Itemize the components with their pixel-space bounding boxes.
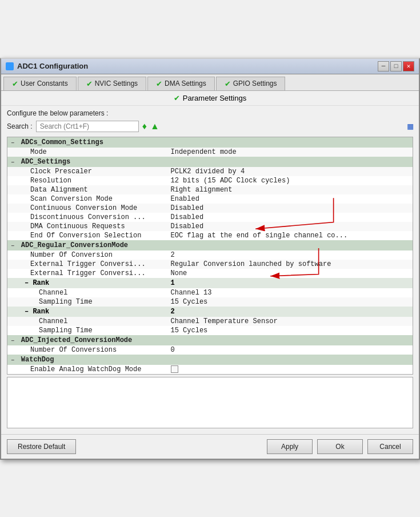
subsection-rank1[interactable]: – Rank 1 bbox=[7, 278, 413, 288]
param-num-conversions: Number Of Conversions 0 bbox=[7, 345, 413, 355]
param-discontinuous-value[interactable]: Disabled bbox=[167, 213, 413, 222]
param-mode-value[interactable]: Independent mode bbox=[167, 148, 413, 157]
param-resolution: Resolution 12 bits (15 ADC Clock cycles) bbox=[7, 176, 413, 185]
param-numconv-value[interactable]: 2 bbox=[167, 250, 413, 260]
param-channel1-value[interactable]: Channel 13 bbox=[167, 288, 413, 297]
param-sampling1-name: Sampling Time bbox=[7, 297, 167, 307]
tab-label-gpio: GPIO Settings bbox=[233, 79, 277, 88]
tab-check-gpio: ✔ bbox=[225, 79, 231, 88]
content-area: Configure the below parameters : Search … bbox=[1, 106, 419, 434]
tab-label-user-constants: User Constants bbox=[21, 79, 68, 88]
bottom-bar: Restore Default Apply Ok Cancel bbox=[1, 434, 419, 459]
param-clock-value[interactable]: PCLK2 divided by 4 bbox=[167, 167, 413, 176]
param-analog-watchdog: Enable Analog WatchDog Mode bbox=[7, 365, 413, 375]
param-ext-trigger-2: External Trigger Conversi... None bbox=[7, 269, 413, 278]
tab-check-user-constants: ✔ bbox=[12, 79, 18, 88]
main-window: ADC1 Configuration ─ □ ✕ ✔ User Constant… bbox=[0, 58, 420, 460]
param-settings-label: Parameter Settings bbox=[183, 94, 246, 102]
apply-button[interactable]: Apply bbox=[267, 439, 313, 454]
param-eoc-name: End Of Conversion Selection bbox=[7, 231, 167, 240]
param-channel2-name: Channel bbox=[7, 317, 167, 326]
param-sampling-2: Sampling Time 15 Cycles bbox=[7, 326, 413, 335]
param-settings-check: ✔ bbox=[174, 94, 180, 102]
search-next-button[interactable]: ♦ bbox=[142, 122, 147, 131]
search-input[interactable] bbox=[36, 121, 139, 132]
maximize-button[interactable]: □ bbox=[390, 61, 402, 71]
param-dma-continuous: DMA Continuous Requests Disabled bbox=[7, 222, 413, 231]
minimize-button[interactable]: ─ bbox=[378, 61, 389, 71]
section-regular-label: ADC_Regular_ConversionMode bbox=[21, 241, 128, 249]
section-watchdog[interactable]: – WatchDog bbox=[7, 355, 413, 365]
param-alignment-name: Data Alignment bbox=[7, 185, 167, 194]
param-exttrig1-name: External Trigger Conversi... bbox=[7, 260, 167, 269]
param-exttrig1-value[interactable]: Regular Conversion launched by software bbox=[167, 260, 413, 269]
rank1-label: Rank bbox=[33, 279, 49, 287]
param-clock-prescaler: Clock Prescaler PCLK2 divided by 4 bbox=[7, 167, 413, 176]
param-scan-value[interactable]: Enabled bbox=[167, 194, 413, 204]
adc-icon bbox=[6, 62, 14, 70]
ok-button[interactable]: Ok bbox=[317, 439, 363, 454]
footer-area bbox=[7, 377, 413, 428]
cancel-button[interactable]: Cancel bbox=[367, 439, 413, 454]
param-sampling2-value[interactable]: 15 Cycles bbox=[167, 326, 413, 335]
param-alignment-value[interactable]: Right alignment bbox=[167, 185, 413, 194]
param-discontinuous-conversion: Discontinuous Conversion ... Disabled bbox=[7, 213, 413, 222]
param-table-wrapper: – ADCs_Common_Settings Mode Independent … bbox=[7, 137, 413, 375]
tab-dma-settings[interactable]: ✔ DMA Settings bbox=[147, 77, 215, 90]
param-sampling1-value[interactable]: 15 Cycles bbox=[167, 297, 413, 307]
param-watchdog-value[interactable] bbox=[167, 365, 413, 375]
section-adc-settings[interactable]: – ADC_Settings bbox=[7, 157, 413, 167]
collapse-adc-settings-icon[interactable]: – bbox=[11, 158, 15, 165]
param-channel-2: Channel Channel Temperature Sensor bbox=[7, 317, 413, 326]
param-clock-name: Clock Prescaler bbox=[7, 167, 167, 176]
tab-gpio-settings[interactable]: ✔ GPIO Settings bbox=[216, 77, 286, 90]
section-adc-injected[interactable]: – ADC_Injected_ConversionMode bbox=[7, 335, 413, 345]
tab-nvic-settings[interactable]: ✔ NVIC Settings bbox=[78, 77, 146, 90]
search-row: Search : ♦ ▲ ▦ bbox=[7, 121, 413, 132]
search-prev-button[interactable]: ▲ bbox=[150, 122, 159, 131]
rank2-value: 2 bbox=[167, 307, 413, 317]
param-exttrig2-name: External Trigger Conversi... bbox=[7, 269, 167, 278]
param-dma-value[interactable]: Disabled bbox=[167, 222, 413, 231]
param-exttrig2-value[interactable]: None bbox=[167, 269, 413, 278]
collapse-injected-icon[interactable]: – bbox=[11, 337, 15, 344]
tabs-row: ✔ User Constants ✔ NVIC Settings ✔ DMA S… bbox=[1, 74, 419, 91]
section-adc-settings-label: ADC_Settings bbox=[21, 158, 70, 166]
param-channel2-value[interactable]: Channel Temperature Sensor bbox=[167, 317, 413, 326]
param-data-alignment: Data Alignment Right alignment bbox=[7, 185, 413, 194]
param-continuous-name: Continuous Conversion Mode bbox=[7, 204, 167, 213]
section-adcs-common[interactable]: – ADCs_Common_Settings bbox=[7, 137, 413, 148]
section-watchdog-label: WatchDog bbox=[21, 356, 54, 364]
tab-user-constants[interactable]: ✔ User Constants bbox=[3, 77, 77, 90]
tab-check-nvic: ✔ bbox=[86, 79, 93, 88]
collapse-rank2-icon[interactable]: – bbox=[25, 308, 29, 316]
param-num-conversion: Number Of Conversion 2 bbox=[7, 250, 413, 260]
section-adcs-common-label: ADCs_Common_Settings bbox=[21, 138, 103, 146]
tab-check-dma: ✔ bbox=[156, 79, 162, 88]
param-channel-1: Channel Channel 13 bbox=[7, 288, 413, 297]
rank2-label: Rank bbox=[33, 308, 49, 316]
section-injected-label: ADC_Injected_ConversionMode bbox=[21, 336, 132, 344]
param-dma-name: DMA Continuous Requests bbox=[7, 222, 167, 231]
collapse-rank1-icon[interactable]: – bbox=[25, 279, 29, 287]
param-numconvs-value[interactable]: 0 bbox=[167, 345, 413, 355]
close-button[interactable]: ✕ bbox=[403, 61, 414, 71]
collapse-regular-icon[interactable]: – bbox=[11, 242, 15, 249]
param-resolution-value[interactable]: 12 bits (15 ADC Clock cycles) bbox=[167, 176, 413, 185]
restore-default-button[interactable]: Restore Default bbox=[7, 439, 76, 454]
param-mode: Mode Independent mode bbox=[7, 148, 413, 157]
param-watchdog-name: Enable Analog WatchDog Mode bbox=[7, 365, 167, 375]
param-mode-name: Mode bbox=[7, 148, 167, 157]
window-title: ADC1 Configuration bbox=[17, 62, 88, 70]
param-numconvs-name: Number Of Conversions bbox=[7, 345, 167, 355]
grid-view-icon[interactable]: ▦ bbox=[407, 121, 413, 132]
param-scan-name: Scan Conversion Mode bbox=[7, 194, 167, 204]
collapse-watchdog-icon[interactable]: – bbox=[11, 356, 15, 363]
param-continuous-value[interactable]: Disabled bbox=[167, 204, 413, 213]
param-sampling-1: Sampling Time 15 Cycles bbox=[7, 297, 413, 307]
param-eoc-value[interactable]: EOC flag at the end of single channel co… bbox=[167, 231, 413, 240]
watchdog-checkbox[interactable] bbox=[171, 365, 178, 373]
collapse-adcs-common-icon[interactable]: – bbox=[11, 139, 15, 146]
section-adc-regular[interactable]: – ADC_Regular_ConversionMode bbox=[7, 240, 413, 250]
subsection-rank2[interactable]: – Rank 2 bbox=[7, 307, 413, 317]
